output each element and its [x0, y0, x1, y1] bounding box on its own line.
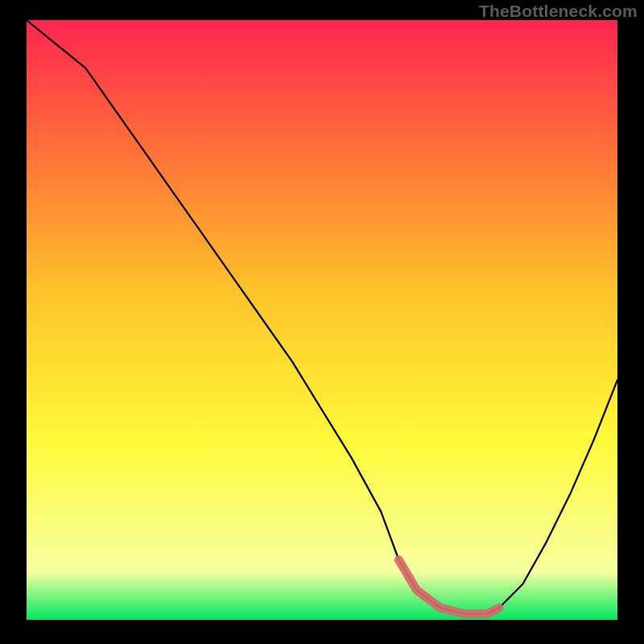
bottleneck-chart: [0, 0, 644, 644]
watermark-text: TheBottleneck.com: [479, 2, 638, 21]
chart-frame: TheBottleneck.com: [0, 0, 644, 644]
